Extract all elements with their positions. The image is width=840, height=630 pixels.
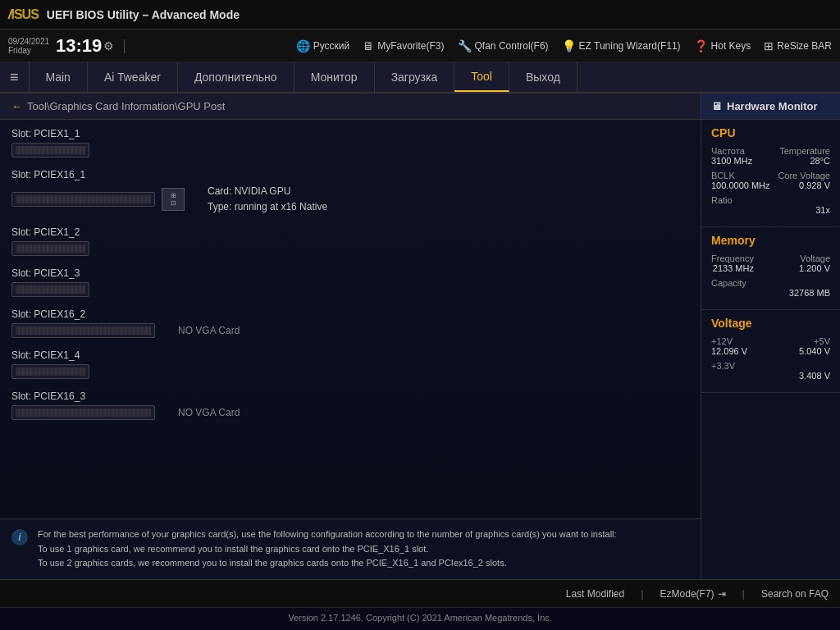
temp-label: Temperature — [779, 146, 830, 156]
info-text: For the best performance of your graphic… — [38, 527, 617, 571]
slot-connector — [11, 364, 689, 379]
slot-connector — [11, 143, 689, 158]
v12-label: +12V — [711, 336, 747, 346]
status-bar: Last Modified | EzMode(F7) ⇥ | Search on… — [0, 579, 840, 607]
card-name: Card: NVIDIA GPU — [208, 184, 327, 199]
capacity-label: Capacity — [711, 278, 830, 288]
memory-section: Memory Frequency 2133 MHz Voltage 1.200 … — [701, 227, 840, 310]
asus-logo: /ISUS — [8, 7, 39, 22]
v12-row: +12V 12.096 V +5V 5.040 V — [711, 336, 830, 356]
slot-label: Slot: PCIEX1_2 — [11, 226, 689, 238]
back-arrow[interactable]: ← — [11, 100, 22, 112]
favorite-icon: 🖥 — [363, 39, 374, 52]
v33-row: +3.3V 3.408 V — [711, 361, 830, 381]
pcie-slot-visual — [11, 364, 89, 379]
slot-pciex16-2: Slot: PCIEX16_2 NO VGA Card — [11, 308, 689, 338]
bios-title: UEFI BIOS Utility – Advanced Mode — [47, 8, 240, 21]
pcie-slot-visual — [11, 405, 155, 420]
slot-label: Slot: PCIEX1_4 — [11, 349, 689, 361]
cpu-section: CPU Частота 3100 MHz Temperature 28°C BC… — [701, 120, 840, 227]
ratio-row: Ratio 31x — [711, 195, 830, 215]
slot-label: Slot: PCIEX16_1 — [11, 169, 689, 180]
globe-icon: 🌐 — [296, 39, 310, 52]
slot-pciex1-2: Slot: PCIEX1_2 — [11, 226, 689, 256]
slot-label: Slot: PCIEX1_1 — [11, 128, 689, 139]
card-type: Type: running at x16 Native — [208, 199, 327, 215]
panel-row: ← Tool\Graphics Card Information\GPU Pos… — [0, 94, 840, 579]
nav-ai-tweaker[interactable]: Ai Tweaker — [88, 62, 178, 92]
card-info: Card: NVIDIA GPU Type: running at x16 Na… — [208, 184, 327, 215]
nav-tool[interactable]: Tool — [454, 62, 509, 92]
hardware-monitor-panel: 🖥 Hardware Monitor CPU Частота 3100 MHz … — [701, 94, 840, 579]
separator: | — [122, 37, 126, 54]
v5-label: +5V — [799, 336, 830, 346]
breadcrumb: ← Tool\Graphics Card Information\GPU Pos… — [0, 94, 701, 120]
no-vga-label: NO VGA Card — [178, 325, 240, 336]
resize-icon: ⊞ — [764, 39, 774, 52]
nav-main[interactable]: Main — [30, 62, 88, 92]
myfavorite-button[interactable]: 🖥 MyFavorite(F3) — [363, 39, 444, 52]
last-modified: Last Modified — [566, 588, 624, 600]
gpu-post-content: Slot: PCIEX1_1 Slot: PCIEX16_1 ⊞⊡ Card: … — [0, 120, 701, 518]
time-display: 13:19 — [56, 37, 102, 55]
cpu-section-title: CPU — [711, 126, 830, 139]
memory-section-title: Memory — [711, 234, 830, 247]
nav-monitor[interactable]: Монитор — [294, 62, 375, 92]
info-icon: i — [11, 529, 28, 546]
v12-value: 12.096 V — [711, 346, 747, 356]
freq-label: Частота — [711, 146, 752, 156]
slot-connector: ⊞⊡ Card: NVIDIA GPU Type: running at x16… — [11, 184, 689, 215]
slot-pciex1-3: Slot: PCIEX1_3 — [11, 267, 689, 297]
capacity-row: Capacity 32768 MB — [711, 278, 830, 298]
nav-menu-icon[interactable]: ≡ — [0, 62, 30, 92]
header-bar: /ISUS UEFI BIOS Utility – Advanced Mode — [0, 0, 840, 30]
bclk-value: 100.0000 MHz — [711, 180, 770, 190]
ratio-value: 31x — [711, 205, 830, 215]
pcie-slot-visual — [11, 192, 155, 207]
toolbar: 🌐 Русский 🖥 MyFavorite(F3) 🔧 Qfan Contro… — [135, 39, 832, 52]
no-vga-label: NO VGA Card — [178, 407, 240, 418]
v5-value: 5.040 V — [799, 346, 830, 356]
pcie-slot-visual — [11, 241, 89, 256]
left-section: ← Tool\Graphics Card Information\GPU Pos… — [0, 94, 701, 579]
pcie-slot-visual — [11, 282, 89, 297]
bclk-row: BCLK 100.0000 MHz Core Voltage 0.928 V — [711, 171, 830, 190]
nav-exit[interactable]: Выход — [509, 62, 578, 92]
language-button[interactable]: 🌐 Русский — [296, 39, 350, 52]
search-faq-button[interactable]: Search on FAQ — [761, 588, 829, 600]
hotkeys-icon: ❓ — [694, 39, 708, 52]
slot-connector: NO VGA Card — [11, 405, 689, 420]
slot-connector: NO VGA Card — [11, 323, 689, 338]
nav-advanced[interactable]: Дополнительно — [178, 62, 294, 92]
ez-mode-button[interactable]: EzMode(F7) ⇥ — [660, 588, 726, 600]
mem-freq-label: Frequency — [711, 253, 754, 263]
temp-value: 28°C — [779, 156, 830, 166]
mem-freq-value: 2133 MHz — [711, 263, 754, 273]
ez-mode-icon: ⇥ — [718, 588, 726, 600]
slot-label: Slot: PCIEX16_2 — [11, 308, 689, 320]
wizard-icon: 💡 — [562, 39, 576, 52]
date-display: 09/24/2021 Friday — [8, 37, 49, 55]
v33-label: +3.3V — [711, 361, 830, 371]
slot-pciex16-3: Slot: PCIEX16_3 NO VGA Card — [11, 390, 689, 420]
status-separator-2: | — [742, 587, 745, 600]
voltage-section-title: Voltage — [711, 317, 830, 330]
info-box: i For the best performance of your graph… — [0, 518, 701, 579]
qfan-button[interactable]: 🔧 Qfan Control(F6) — [458, 39, 549, 52]
slot-pciex1-4: Slot: PCIEX1_4 — [11, 349, 689, 379]
ratio-label: Ratio — [711, 195, 830, 205]
datetime-bar: 09/24/2021 Friday 13:19 ⚙ | 🌐 Русский 🖥 … — [0, 30, 840, 62]
hotkeys-button[interactable]: ❓ Hot Keys — [694, 39, 751, 52]
freq-value: 3100 MHz — [711, 156, 752, 166]
mem-voltage-label: Voltage — [799, 253, 830, 263]
main-wrapper: /ISUS UEFI BIOS Utility – Advanced Mode … — [0, 0, 840, 630]
slot-pciex16-1: Slot: PCIEX16_1 ⊞⊡ Card: NVIDIA GPU Type… — [11, 169, 689, 215]
nav-boot[interactable]: Загрузка — [375, 62, 455, 92]
eztuning-button[interactable]: 💡 EZ Tuning Wizard(F11) — [562, 39, 681, 52]
core-voltage-label: Core Voltage — [778, 171, 830, 180]
settings-icon[interactable]: ⚙ — [103, 39, 114, 52]
voltage-section: Voltage +12V 12.096 V +5V 5.040 V +3.3V … — [701, 310, 840, 393]
resizebar-button[interactable]: ⊞ ReSize BAR — [764, 39, 832, 52]
v33-value: 3.408 V — [711, 371, 830, 381]
cpu-freq-row: Частота 3100 MHz Temperature 28°C — [711, 146, 830, 166]
